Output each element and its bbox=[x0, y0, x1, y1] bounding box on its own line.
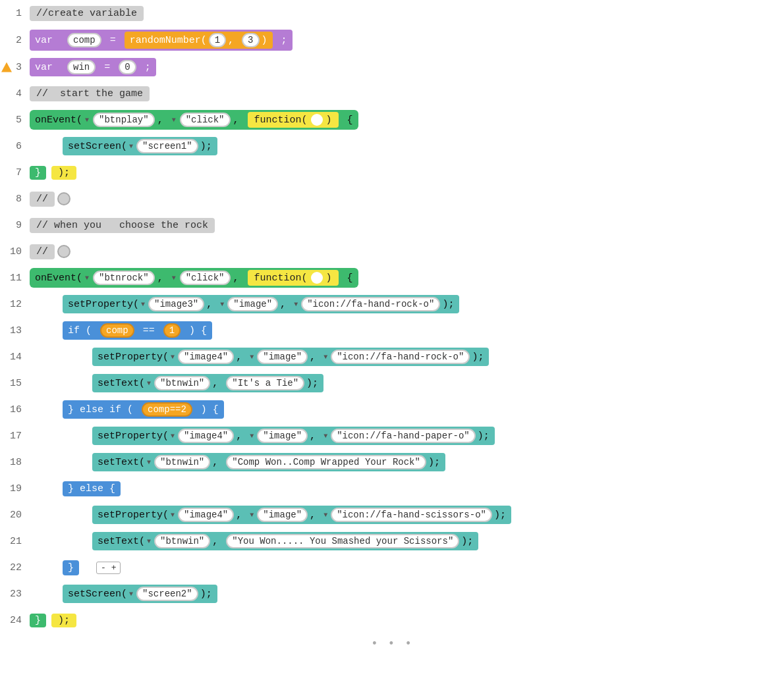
random-number-block[interactable]: randomNumber(1, 3) bbox=[125, 32, 273, 49]
setscreen2-block[interactable]: setScreen(▼"screen2"); bbox=[63, 585, 217, 603]
setprop-rock2-block[interactable]: setProperty(▼"image4", ▼"image", ▼"icon:… bbox=[92, 348, 489, 366]
line-content-21[interactable]: setText(▼"btnwin", "You Won..... You Sma… bbox=[30, 530, 478, 552]
image3-str[interactable]: "image3" bbox=[148, 297, 204, 311]
win-val[interactable]: 0 bbox=[119, 60, 136, 74]
setprop-paper-block[interactable]: setProperty(▼"image4", ▼"image", ▼"icon:… bbox=[92, 427, 495, 445]
btnwin-str-1[interactable]: "btnwin" bbox=[154, 376, 210, 390]
image-str-1[interactable]: "image" bbox=[227, 297, 278, 311]
da-8[interactable]: ▼ bbox=[294, 301, 298, 308]
function-block-1[interactable]: function( ) bbox=[248, 112, 339, 128]
da-20[interactable]: ▼ bbox=[147, 538, 151, 545]
line-content-23[interactable]: setScreen(▼"screen2"); bbox=[30, 583, 217, 605]
comp-var[interactable]: comp bbox=[67, 33, 101, 47]
btnplay-str[interactable]: "btnplay" bbox=[93, 113, 155, 127]
da-18[interactable]: ▼ bbox=[250, 512, 254, 519]
line-content-14[interactable]: setProperty(▼"image4", ▼"image", ▼"icon:… bbox=[30, 346, 489, 368]
setprop-scissors-block[interactable]: setProperty(▼"image4", ▼"image", ▼"icon:… bbox=[92, 506, 511, 524]
line-content-13[interactable]: if ( comp == 1 ) { bbox=[30, 319, 212, 342]
line-content-5[interactable]: onEvent(▼"btnplay", ▼"click", function( … bbox=[30, 108, 358, 132]
var-block[interactable]: var comp = randomNumber(1, 3) ; bbox=[30, 30, 293, 51]
close-paren-1[interactable]: ); bbox=[51, 166, 76, 180]
da-17[interactable]: ▼ bbox=[171, 512, 175, 519]
line-content-16[interactable]: } else if ( comp==2 ) { bbox=[30, 398, 224, 421]
line-content-6[interactable]: setScreen(▼"screen1"); bbox=[30, 135, 217, 157]
da-14[interactable]: ▼ bbox=[250, 433, 254, 440]
line-content-11[interactable]: onEvent(▼"btnrock", ▼"click", function( … bbox=[30, 266, 358, 290]
comp-var-if[interactable]: comp bbox=[100, 323, 134, 338]
comp-val-1[interactable]: 1 bbox=[163, 323, 181, 338]
rn-arg1[interactable]: 1 bbox=[209, 33, 226, 47]
btnrock-str[interactable]: "btnrock" bbox=[93, 271, 155, 285]
da-21[interactable]: ▼ bbox=[129, 591, 133, 598]
line-content-10[interactable]: // bbox=[30, 242, 70, 261]
settext-youwon-block[interactable]: setText(▼"btnwin", "You Won..... You Sma… bbox=[92, 532, 478, 550]
win-var[interactable]: win bbox=[67, 60, 96, 74]
comment-block-4[interactable]: // start the game bbox=[30, 86, 150, 101]
onevent-play-block[interactable]: onEvent(▼"btnplay", ▼"click", function( … bbox=[30, 110, 358, 130]
image-str-3[interactable]: "image" bbox=[257, 429, 308, 443]
tie-str[interactable]: "It's a Tie" bbox=[226, 376, 304, 390]
dropdown-arrow-2[interactable]: ▼ bbox=[172, 117, 176, 124]
dropdown-arrow-1[interactable]: ▼ bbox=[85, 117, 89, 124]
youwon-str[interactable]: "You Won..... You Smashed your Scissors" bbox=[226, 534, 459, 548]
image-str-4[interactable]: "image" bbox=[257, 508, 308, 522]
da-9[interactable]: ▼ bbox=[171, 354, 175, 361]
comment-block-10[interactable]: // bbox=[30, 244, 55, 259]
da-15[interactable]: ▼ bbox=[323, 433, 327, 440]
line-content-3[interactable]: var win = 0 ; bbox=[30, 56, 156, 78]
line-content-15[interactable]: setText(▼"btnwin", "It's a Tie"); bbox=[30, 372, 323, 394]
rock-icon-str2[interactable]: "icon://fa-hand-rock-o" bbox=[331, 350, 470, 364]
settext-tie-block[interactable]: setText(▼"btnwin", "It's a Tie"); bbox=[92, 374, 323, 392]
image4-str-3[interactable]: "image4" bbox=[178, 508, 234, 522]
btnwin-str-3[interactable]: "btnwin" bbox=[154, 534, 210, 548]
minus-plus[interactable]: - + bbox=[96, 562, 121, 574]
line-content-19[interactable]: } else { bbox=[30, 479, 121, 498]
setprop-rock-block[interactable]: setProperty(▼"image3", ▼"image", ▼"icon:… bbox=[63, 295, 459, 313]
click-str-2[interactable]: "click" bbox=[180, 271, 231, 285]
compwon-str[interactable]: "Comp Won..Comp Wrapped Your Rock" bbox=[226, 455, 426, 469]
dropdown-arrow-4[interactable]: ▼ bbox=[85, 275, 89, 282]
close-brace-if[interactable]: } bbox=[63, 560, 79, 575]
line-content-2[interactable]: var comp = randomNumber(1, 3) ; bbox=[30, 28, 293, 53]
line-content-22[interactable]: } - + bbox=[30, 558, 121, 577]
btnwin-str-2[interactable]: "btnwin" bbox=[154, 455, 210, 469]
setscreen1-block[interactable]: setScreen(▼"screen1"); bbox=[63, 137, 217, 155]
da-7[interactable]: ▼ bbox=[220, 301, 224, 308]
else-block[interactable]: } else { bbox=[63, 481, 121, 496]
image4-str-2[interactable]: "image4" bbox=[178, 429, 234, 443]
rock-icon-str[interactable]: "icon://fa-hand-rock-o" bbox=[301, 297, 440, 311]
screen1-str[interactable]: "screen1" bbox=[136, 139, 198, 153]
line-content-1[interactable]: //create variable bbox=[30, 4, 144, 23]
da-12[interactable]: ▼ bbox=[147, 380, 151, 387]
comment-block-1[interactable]: //create variable bbox=[30, 6, 144, 21]
screen2-str[interactable]: "screen2" bbox=[136, 587, 198, 601]
function-block-2[interactable]: function( ) bbox=[248, 270, 339, 286]
line-content-24[interactable]: } ); bbox=[30, 612, 76, 629]
comment-block-8[interactable]: // bbox=[30, 192, 55, 207]
da-10[interactable]: ▼ bbox=[250, 354, 254, 361]
line-content-18[interactable]: setText(▼"btnwin", "Comp Won..Comp Wrapp… bbox=[30, 451, 445, 473]
settext-compwon-block[interactable]: setText(▼"btnwin", "Comp Won..Comp Wrapp… bbox=[92, 453, 445, 471]
line-content-9[interactable]: // when you choose the rock bbox=[30, 216, 215, 235]
dropdown-arrow-3[interactable]: ▼ bbox=[129, 143, 133, 150]
onevent-rock-block[interactable]: onEvent(▼"btnrock", ▼"click", function( … bbox=[30, 268, 358, 288]
var-win-block[interactable]: var win = 0 ; bbox=[30, 58, 156, 76]
click-str-1[interactable]: "click" bbox=[180, 113, 231, 127]
close-brace-1[interactable]: } bbox=[30, 166, 46, 180]
da-16[interactable]: ▼ bbox=[147, 459, 151, 466]
da-11[interactable]: ▼ bbox=[323, 354, 327, 361]
comp-var-elseif[interactable]: comp==2 bbox=[142, 402, 192, 417]
line-content-12[interactable]: setProperty(▼"image3", ▼"image", ▼"icon:… bbox=[30, 293, 459, 315]
if-block[interactable]: if ( comp == 1 ) { bbox=[63, 321, 212, 340]
scissors-icon-str[interactable]: "icon://fa-hand-scissors-o" bbox=[331, 508, 492, 522]
dropdown-arrow-5[interactable]: ▼ bbox=[172, 275, 176, 282]
image-str-2[interactable]: "image" bbox=[257, 350, 308, 364]
line-content-4[interactable]: // start the game bbox=[30, 84, 150, 103]
image4-str-1[interactable]: "image4" bbox=[178, 350, 234, 364]
paper-icon-str[interactable]: "icon://fa-hand-paper-o" bbox=[331, 429, 476, 443]
line-content-17[interactable]: setProperty(▼"image4", ▼"image", ▼"icon:… bbox=[30, 425, 495, 447]
line-content-7[interactable]: } ); bbox=[30, 164, 76, 182]
rn-arg2[interactable]: 3 bbox=[242, 33, 259, 47]
comment-block-9[interactable]: // when you choose the rock bbox=[30, 218, 215, 233]
line-content-20[interactable]: setProperty(▼"image4", ▼"image", ▼"icon:… bbox=[30, 504, 511, 526]
